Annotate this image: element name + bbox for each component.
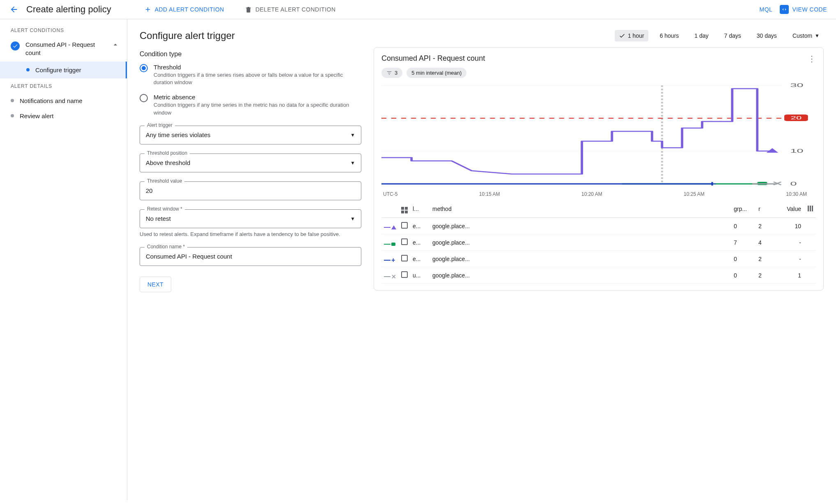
- svg-text:✕: ✕: [772, 181, 783, 187]
- radio-threshold-title: Threshold: [154, 64, 361, 71]
- sidebar-configure-trigger-label: Configure trigger: [35, 66, 81, 73]
- next-button[interactable]: NEXT: [140, 277, 171, 292]
- radio-metric-absence[interactable]: Metric absence Condition triggers if any…: [140, 94, 361, 116]
- th-grp[interactable]: grp...: [731, 200, 756, 218]
- columns-icon[interactable]: [808, 206, 813, 211]
- top-bar: Create alerting policy ADD ALERT CONDITI…: [0, 0, 836, 19]
- retest-window-value: No retest: [146, 215, 171, 222]
- threshold-value-field: Threshold value: [140, 181, 361, 200]
- radio-metric-absence-desc: Condition triggers if any time series in…: [154, 101, 361, 116]
- threshold-value-label: Threshold value: [145, 178, 184, 184]
- bullet-icon: [26, 68, 30, 71]
- sidebar-condition-item[interactable]: Consumed API - Request count: [0, 37, 127, 62]
- sidebar-configure-trigger[interactable]: Configure trigger: [0, 62, 127, 78]
- sidebar-item-notifications[interactable]: Notifications and name: [0, 93, 127, 108]
- svg-text:+: +: [707, 180, 717, 187]
- sidebar: ALERT CONDITIONS Consumed API - Request …: [0, 19, 127, 500]
- chevron-down-icon: ▼: [815, 33, 820, 39]
- row-checkbox[interactable]: [401, 238, 408, 245]
- chart-more-menu[interactable]: ⋮: [808, 55, 816, 63]
- threshold-value-input[interactable]: [140, 181, 361, 200]
- radio-threshold-desc: Condition triggers if a time series rise…: [154, 71, 361, 86]
- trash-icon: [245, 6, 252, 13]
- table-row[interactable]: e...google.place...74-: [381, 234, 816, 251]
- sidebar-section-details: ALERT DETAILS: [0, 83, 127, 93]
- threshold-position-value: Above threshold: [146, 159, 190, 166]
- threshold-position-label: Threshold position: [145, 150, 190, 156]
- retest-window-select[interactable]: No retest ▼: [140, 209, 361, 228]
- th-value[interactable]: Value: [771, 200, 804, 218]
- chevron-up-icon[interactable]: [111, 41, 119, 50]
- check-circle-icon: [11, 41, 20, 50]
- condition-name-input[interactable]: [140, 247, 361, 266]
- section-heading: Configure alert trigger: [140, 30, 361, 41]
- chart-plot[interactable]: 010203020+✕: [381, 83, 816, 190]
- sidebar-condition-label: Consumed API - Request count: [25, 41, 106, 57]
- alert-trigger-value: Any time series violates: [146, 131, 211, 138]
- chevron-down-icon: ▼: [350, 160, 355, 166]
- chevron-down-icon: ▼: [350, 216, 355, 222]
- filter-chip-count: 3: [395, 70, 397, 76]
- time-range-30d[interactable]: 30 days: [753, 30, 781, 41]
- dot-icon: [11, 114, 14, 117]
- time-range-7d[interactable]: 7 days: [720, 30, 745, 41]
- time-range-custom[interactable]: Custom ▼: [788, 30, 824, 41]
- radio-icon: [140, 64, 148, 72]
- configure-form: Configure alert trigger Condition type T…: [140, 30, 361, 490]
- dot-icon: [11, 99, 14, 102]
- grid-icon[interactable]: [401, 207, 408, 213]
- interval-chip-label: 5 min interval (mean): [411, 70, 462, 76]
- check-icon: [619, 32, 625, 39]
- th-method[interactable]: method: [430, 200, 731, 218]
- threshold-position-select[interactable]: Above threshold ▼: [140, 153, 361, 172]
- page-title: Create alerting policy: [26, 4, 111, 15]
- chart-timezone: UTC-5: [383, 191, 397, 197]
- row-checkbox[interactable]: [401, 271, 408, 278]
- chevron-down-icon: ▼: [350, 132, 355, 138]
- retest-window-field: Retest window * No retest ▼ Used to rete…: [140, 209, 361, 238]
- plus-icon: [144, 6, 152, 13]
- row-checkbox[interactable]: [401, 255, 408, 261]
- time-range-1d[interactable]: 1 day: [690, 30, 712, 41]
- delete-alert-condition-label: DELETE ALERT CONDITION: [255, 6, 336, 13]
- sidebar-item-review[interactable]: Review alert: [0, 108, 127, 124]
- threshold-position-field: Threshold position Above threshold ▼: [140, 153, 361, 172]
- retest-window-label: Retest window *: [145, 206, 185, 212]
- alert-trigger-select[interactable]: Any time series violates ▼: [140, 126, 361, 144]
- time-range-1h[interactable]: 1 hour: [615, 30, 648, 41]
- add-alert-condition-label: ADD ALERT CONDITION: [155, 6, 224, 13]
- radio-threshold[interactable]: Threshold Condition triggers if a time s…: [140, 64, 361, 86]
- view-code-button[interactable]: VIEW CODE: [780, 5, 827, 14]
- mql-label: MQL: [760, 6, 773, 13]
- chart-card: Consumed API - Request count ⋮ 3 5 min i…: [374, 47, 824, 291]
- mql-button[interactable]: MQL: [760, 6, 773, 13]
- sidebar-item-notifications-label: Notifications and name: [20, 97, 83, 104]
- table-row[interactable]: ✕u...google.place...021: [381, 267, 816, 284]
- time-range-6h[interactable]: 6 hours: [656, 30, 683, 41]
- table-row[interactable]: e...google.place...0210: [381, 218, 816, 234]
- condition-name-label: Condition name *: [145, 244, 187, 250]
- condition-name-field: Condition name *: [140, 247, 361, 266]
- row-checkbox[interactable]: [401, 222, 408, 229]
- delete-alert-condition-button[interactable]: DELETE ALERT CONDITION: [245, 6, 336, 13]
- condition-type-heading: Condition type: [140, 50, 361, 58]
- time-range-1h-label: 1 hour: [628, 32, 644, 39]
- add-alert-condition-button[interactable]: ADD ALERT CONDITION: [144, 6, 224, 13]
- filter-chip[interactable]: 3: [381, 68, 402, 78]
- back-button[interactable]: [9, 5, 19, 14]
- arrow-left-icon: [9, 5, 18, 14]
- chart-column: 1 hour 6 hours 1 day 7 days 30 days Cust…: [374, 30, 824, 490]
- code-icon: [780, 5, 789, 14]
- view-code-label: VIEW CODE: [792, 6, 827, 13]
- table-row[interactable]: +e...google.place...02-: [381, 251, 816, 267]
- chart-title: Consumed API - Request count: [381, 54, 485, 63]
- radio-icon: [140, 94, 148, 102]
- svg-text:30: 30: [790, 83, 803, 88]
- svg-text:20: 20: [791, 116, 802, 120]
- th-r[interactable]: r: [756, 200, 771, 218]
- time-range-row: 1 hour 6 hours 1 day 7 days 30 days Cust…: [374, 30, 824, 41]
- th-l[interactable]: l...: [410, 200, 430, 218]
- retest-window-helper: Used to retest alerts. Expand timeframe …: [140, 231, 361, 238]
- alert-trigger-label: Alert trigger: [145, 122, 175, 128]
- interval-chip[interactable]: 5 min interval (mean): [407, 68, 466, 78]
